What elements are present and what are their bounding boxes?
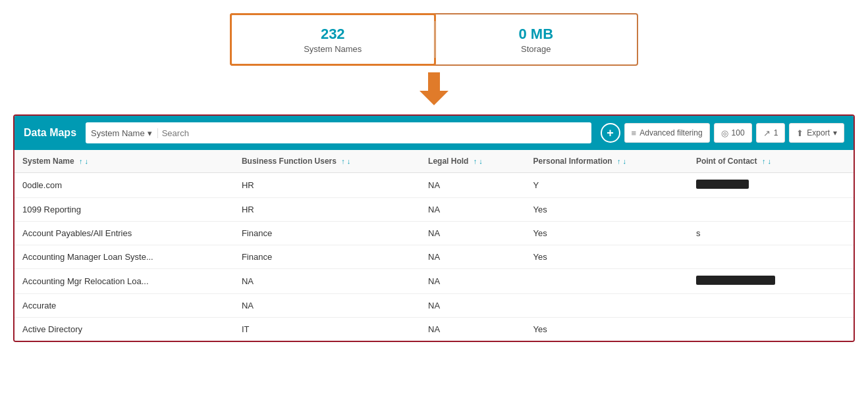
- search-filter-label: System Name: [91, 128, 145, 138]
- col-legal-hold[interactable]: Legal Hold ↑ ↓: [420, 150, 526, 173]
- cell-system-name[interactable]: 0odle.com: [14, 173, 234, 198]
- cell-legal-hold: NA: [420, 269, 526, 294]
- advanced-filtering-label: Advanced filtering: [639, 128, 702, 137]
- cell-actions: [830, 294, 854, 318]
- arrow-head: [420, 91, 448, 105]
- cell-legal-hold: NA: [420, 294, 526, 318]
- col-legal-hold-label: Legal Hold: [428, 157, 468, 166]
- table-title: Data Maps: [24, 127, 76, 139]
- redacted-value: [696, 180, 749, 189]
- cell-actions: [830, 245, 854, 269]
- cell-personal-info: Yes: [526, 222, 688, 245]
- count-button[interactable]: ◎ 100: [714, 123, 752, 143]
- redacted-value-wide: [696, 276, 775, 285]
- pages-label: 1: [774, 128, 778, 137]
- storage-count: 0 MB: [518, 26, 553, 43]
- cell-legal-hold: NA: [420, 198, 526, 222]
- col-system-name-sort[interactable]: ↑ ↓: [79, 157, 88, 165]
- advanced-filtering-button[interactable]: ≡ Advanced filtering: [624, 123, 710, 143]
- export-button[interactable]: ⬆ Export ▾: [789, 123, 844, 143]
- col-personal-info-sort[interactable]: ↑ ↓: [617, 157, 626, 165]
- col-system-name-label: System Name: [22, 157, 74, 166]
- search-area[interactable]: System Name ▾: [86, 122, 591, 143]
- storage-label: Storage: [521, 44, 551, 54]
- table-row: 0odle.comHRNAY: [14, 173, 854, 198]
- cell-system-name[interactable]: Accurate: [14, 294, 234, 318]
- data-maps-container: Data Maps System Name ▾ + ≡ Advanced fil…: [13, 114, 855, 342]
- down-arrow: [420, 72, 448, 105]
- cell-poc: [688, 269, 830, 294]
- export-chevron-icon: ▾: [833, 128, 837, 137]
- cell-personal-info: Yes: [526, 245, 688, 269]
- table-row: Accounting Manager Loan Syste...FinanceN…: [14, 245, 854, 269]
- pages-button[interactable]: ↗ 1: [756, 123, 786, 143]
- cell-actions: [830, 318, 854, 341]
- cell-system-name[interactable]: 1099 Reporting: [14, 198, 234, 222]
- system-names-count: 232: [321, 26, 345, 43]
- cell-personal-info: Y: [526, 173, 688, 198]
- table-row: AccurateNANA: [14, 294, 854, 318]
- cell-legal-hold: NA: [420, 222, 526, 245]
- cell-poc: [688, 198, 830, 222]
- col-business-function-sort[interactable]: ↑ ↓: [341, 157, 350, 165]
- down-arrow-container: [13, 72, 855, 105]
- cell-poc: [688, 294, 830, 318]
- table-row: Account Payables/All EntriesFinanceNAYes…: [14, 222, 854, 245]
- col-legal-hold-sort[interactable]: ↑ ↓: [474, 157, 483, 165]
- cell-poc: [688, 173, 830, 198]
- pages-icon: ↗: [763, 128, 771, 138]
- col-system-name[interactable]: System Name ↑ ↓: [14, 150, 234, 173]
- system-names-stat: 232 System Names: [230, 13, 436, 66]
- search-filter-dropdown[interactable]: System Name ▾: [91, 128, 158, 138]
- chevron-down-icon: ▾: [148, 128, 152, 138]
- cell-actions: [830, 198, 854, 222]
- cell-business-function: NA: [234, 269, 420, 294]
- cell-business-function: HR: [234, 198, 420, 222]
- export-label: Export: [807, 128, 830, 137]
- col-business-function-label: Business Function Users: [242, 157, 337, 166]
- filter-icon: ≡: [632, 128, 637, 138]
- data-table: System Name ↑ ↓ Business Function Users …: [14, 150, 854, 341]
- table-row: 1099 ReportingHRNAYes: [14, 198, 854, 222]
- cell-system-name[interactable]: Accounting Manager Loan Syste...: [14, 245, 234, 269]
- table-row: Active DirectoryITNAYes: [14, 318, 854, 341]
- cell-actions: [830, 222, 854, 245]
- search-input[interactable]: [162, 128, 586, 138]
- cell-personal-info: Yes: [526, 318, 688, 341]
- col-personal-info[interactable]: Personal Information ↑ ↓: [526, 150, 688, 173]
- table-header-row: System Name ↑ ↓ Business Function Users …: [14, 150, 854, 173]
- table-header: Data Maps System Name ▾ + ≡ Advanced fil…: [14, 116, 854, 150]
- cell-personal-info: [526, 269, 688, 294]
- system-names-label: System Names: [304, 44, 362, 54]
- stats-section: 232 System Names 0 MB Storage: [13, 13, 855, 66]
- cell-business-function: NA: [234, 294, 420, 318]
- cell-business-function: Finance: [234, 245, 420, 269]
- col-personal-info-label: Personal Information: [533, 157, 612, 166]
- cell-legal-hold: NA: [420, 245, 526, 269]
- cell-system-name[interactable]: Account Payables/All Entries: [14, 222, 234, 245]
- export-icon: ⬆: [796, 128, 803, 138]
- col-poc[interactable]: Point of Contact ↑ ↓: [688, 150, 830, 173]
- add-button[interactable]: +: [601, 123, 620, 143]
- stats-box: 232 System Names 0 MB Storage: [230, 13, 638, 66]
- cell-system-name[interactable]: Accounting Mgr Relocation Loa...: [14, 269, 234, 294]
- cell-poc: s: [688, 222, 830, 245]
- cell-personal-info: [526, 294, 688, 318]
- col-poc-sort[interactable]: ↑ ↓: [762, 157, 771, 165]
- cell-legal-hold: NA: [420, 173, 526, 198]
- cell-business-function: IT: [234, 318, 420, 341]
- cell-system-name[interactable]: Active Directory: [14, 318, 234, 341]
- col-poc-label: Point of Contact: [696, 157, 757, 166]
- cell-poc: [688, 245, 830, 269]
- cell-business-function: HR: [234, 173, 420, 198]
- arrow-shaft: [428, 72, 440, 91]
- cell-business-function: Finance: [234, 222, 420, 245]
- count-label: 100: [732, 128, 745, 137]
- count-icon: ◎: [721, 128, 728, 138]
- col-actions: [830, 150, 854, 173]
- cell-actions: [830, 173, 854, 198]
- col-business-function[interactable]: Business Function Users ↑ ↓: [234, 150, 420, 173]
- cell-legal-hold: NA: [420, 318, 526, 341]
- header-actions: + ≡ Advanced filtering ◎ 100 ↗ 1 ⬆ Expor…: [601, 123, 844, 143]
- cell-actions: [830, 269, 854, 294]
